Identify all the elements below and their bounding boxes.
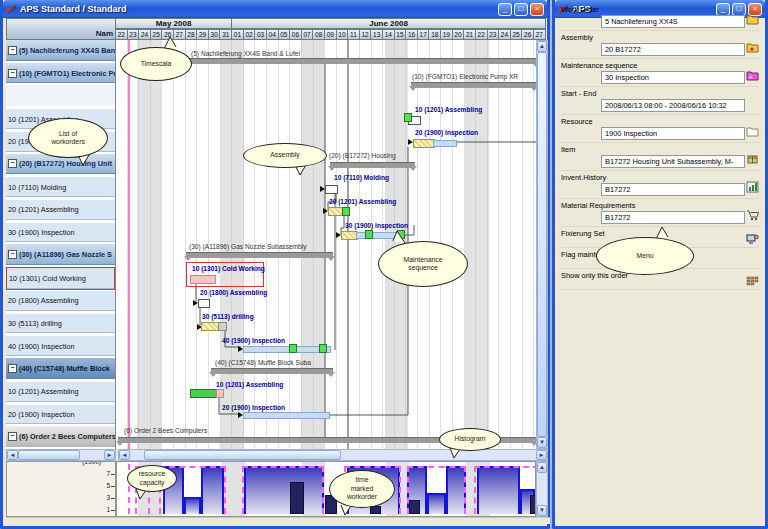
form-field: Material RequirementsB17272 <box>561 199 759 227</box>
field-value-input[interactable]: B17272 Housing Unit Subassembly, M- <box>601 155 745 168</box>
row-label: 10 (1201) Assembling <box>8 387 79 396</box>
row-label: 20 (1900) Inspection <box>8 410 75 419</box>
operation-row[interactable]: 10 (7110) Molding <box>6 176 115 199</box>
operation-bar[interactable] <box>190 389 218 398</box>
operation-row[interactable]: 30 (1900) Inspection <box>6 222 115 245</box>
operation-row[interactable]: 10 (1201) Assembling <box>6 381 115 404</box>
day-cell: 20 <box>453 29 465 40</box>
field-value-input[interactable]: 30 Inspection <box>601 71 745 84</box>
field-value-input[interactable]: 5 Nachlieferung XX4S <box>601 15 745 28</box>
summary-bar[interactable] <box>156 58 536 64</box>
folder-yellow-icon[interactable] <box>746 11 759 23</box>
scroll-right-icon[interactable]: ► <box>104 450 115 460</box>
main-titlebar[interactable]: APS Standard / Standard _ □ × <box>3 0 547 18</box>
day-cell: 24 <box>139 29 151 40</box>
day-cell: 27 <box>534 29 546 40</box>
operation-bar[interactable] <box>289 344 297 353</box>
scroll-down-icon[interactable]: ▼ <box>537 505 547 516</box>
field-label: Start - End <box>561 89 759 98</box>
collapse-icon[interactable]: − <box>8 364 17 373</box>
operation-bar[interactable] <box>365 230 373 239</box>
field-value-input[interactable]: 2008/06/13 08:00 - 2008/06/16 10:32 <box>601 99 745 112</box>
gantt-label: (5) Nachlieferung XX4S Band & Lufel <box>191 50 300 57</box>
marked-load-bar <box>290 482 304 514</box>
operation-row[interactable]: 20 (1800) Assembling <box>6 290 115 313</box>
marked-load-bar <box>409 500 420 514</box>
row-label: (6) Order 2 Bees Computers <box>19 432 115 441</box>
field-value-input[interactable]: B17272 <box>601 211 745 224</box>
scroll-right-icon[interactable]: ► <box>536 450 547 460</box>
scroll-left-icon[interactable]: ◄ <box>7 450 18 460</box>
operation-bar[interactable] <box>190 275 216 284</box>
workorder-group-row[interactable]: −(30) (A11896) Gas Nozzle S <box>6 244 115 267</box>
operation-row[interactable]: 20 (1900) Inspection <box>6 404 115 427</box>
workstation-icon[interactable] <box>746 231 759 243</box>
workorder-group-row[interactable]: −(40) (C15748) Muffle Block <box>6 358 115 381</box>
scroll-down-icon[interactable]: ▼ <box>537 437 547 448</box>
row-label: 40 (1900) Inspection <box>8 342 75 351</box>
scroll-up-icon[interactable]: ▲ <box>537 41 547 52</box>
field-value-input[interactable]: 20 B17272 <box>601 43 745 56</box>
collapse-icon[interactable]: − <box>8 432 17 441</box>
gantt-vertical-scrollbar[interactable]: ▲ ▼ <box>536 40 548 449</box>
day-cell: 15 <box>395 29 407 40</box>
chart-icon[interactable] <box>746 179 759 191</box>
gantt-label: (40) (C15748) Muffle Block Suba <box>215 359 311 366</box>
minimize-button[interactable]: _ <box>498 3 512 16</box>
scroll-thumb[interactable] <box>18 450 80 460</box>
collapse-icon[interactable]: − <box>8 250 17 259</box>
maximize-button[interactable]: □ <box>514 3 528 16</box>
operation-bar[interactable] <box>342 207 350 216</box>
folder-yellow-dot-icon[interactable] <box>746 39 759 51</box>
row-label: (20) (B17272) Housing Unit <box>19 159 112 168</box>
operation-bar[interactable] <box>325 185 338 194</box>
operation-bar[interactable] <box>404 113 412 122</box>
operation-bar[interactable] <box>243 412 330 419</box>
operation-row[interactable]: 30 (5113) drilling <box>6 313 115 336</box>
operation-bar[interactable] <box>218 322 227 331</box>
annotation-callout: time marked workorder <box>329 470 395 508</box>
field-value-input[interactable]: 1900 Inspection <box>601 127 745 140</box>
list-horizontal-scrollbar[interactable]: ◄ ► <box>6 449 116 461</box>
row-label: 20 (1201) Assembling <box>8 205 79 214</box>
histogram-vertical-scrollbar[interactable]: ▲ ▼ <box>536 461 548 517</box>
workorder-group-row[interactable]: −(5) Nachlieferung XX4S Band & Lufel <box>6 40 115 63</box>
summary-bar[interactable] <box>186 252 333 258</box>
operation-bar[interactable] <box>433 140 457 147</box>
operation-bar[interactable] <box>319 344 327 353</box>
day-cell: 09 <box>325 29 337 40</box>
workorder-group-row[interactable]: −(10) (FGMTO1) Electronic Pump <box>6 63 115 86</box>
field-value-input[interactable]: B17272 <box>601 183 745 196</box>
summary-bar[interactable] <box>211 368 333 374</box>
operation-row[interactable]: 20 (1201) Assembling <box>6 199 115 222</box>
name-column-header: Nam <box>6 18 116 40</box>
field-label: Work Order <box>561 5 759 14</box>
collapse-icon[interactable]: − <box>8 159 17 168</box>
operation-row[interactable]: 40 (1900) Inspection <box>6 335 115 358</box>
operation-row[interactable] <box>6 85 115 108</box>
scroll-up-icon[interactable]: ▲ <box>537 462 547 473</box>
scroll-thumb[interactable] <box>537 52 547 437</box>
day-cell: 07 <box>302 29 314 40</box>
collapse-icon[interactable]: − <box>8 69 17 78</box>
operation-bar[interactable] <box>243 346 331 353</box>
operation-bar[interactable] <box>198 299 210 308</box>
operation-bar[interactable] <box>216 389 224 398</box>
grid-icon[interactable] <box>746 273 759 285</box>
day-cell: 03 <box>255 29 267 40</box>
gantt-horizontal-scrollbar[interactable]: ◄ ► <box>118 449 548 461</box>
scroll-left-icon[interactable]: ◄ <box>119 450 130 460</box>
scroll-thumb[interactable] <box>144 450 341 460</box>
month-header: May 2008 <box>116 18 232 29</box>
summary-bar[interactable] <box>330 162 415 168</box>
collapse-icon[interactable]: − <box>8 46 17 55</box>
close-button[interactable]: × <box>530 3 544 16</box>
folder-plain-icon[interactable] <box>746 123 759 135</box>
package-icon[interactable] <box>746 151 759 163</box>
folder-magenta-icon[interactable]: A <box>746 67 759 79</box>
summary-bar[interactable] <box>411 82 536 88</box>
operation-bar[interactable] <box>413 139 435 148</box>
workorder-group-row[interactable]: −(6) Order 2 Bees Computers <box>6 426 115 449</box>
operation-row[interactable]: 10 (1301) Cold Working <box>6 267 115 290</box>
cart-icon[interactable] <box>746 207 759 219</box>
